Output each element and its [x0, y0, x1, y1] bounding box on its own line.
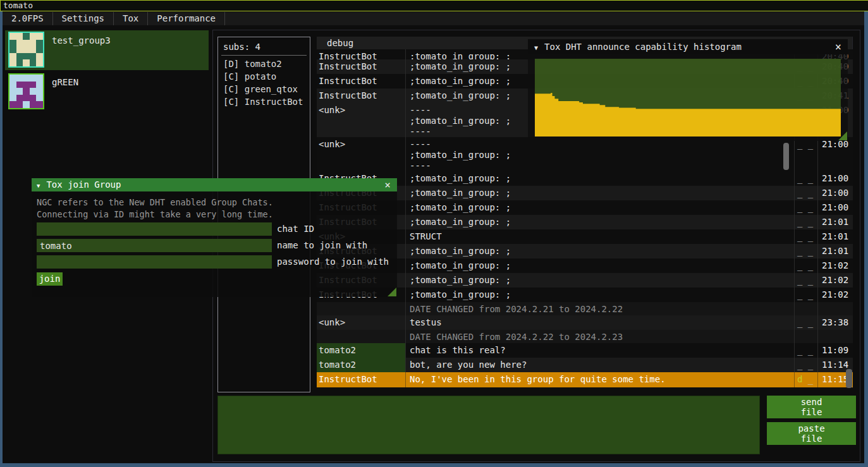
- name-to-join-with-input[interactable]: [37, 239, 272, 252]
- chat-message-row[interactable]: InstructBotNo, I've been in this group f…: [317, 372, 853, 387]
- histogram-close-icon[interactable]: ×: [835, 39, 841, 54]
- chat-message-row[interactable]: InstructBot;tomato_in_group: ;_ _21:01: [317, 215, 853, 229]
- chat-message-row[interactable]: InstructBot;tomato_in_group: ;_ _21:00: [317, 200, 853, 215]
- message-sender: InstructBot: [317, 372, 405, 387]
- subs-list: [D] tomato2[C] potato[C] green_qtox[C] I…: [218, 58, 310, 108]
- message-sender: InstructBot: [317, 59, 405, 74]
- chat-title: debug: [327, 38, 353, 48]
- histogram-titlebar[interactable]: ▼Tox DHT announce capability histogram ×: [528, 39, 848, 54]
- message-status: _ _: [794, 358, 817, 372]
- join-group-dialog: ▼Tox join Group × NGC refers to the New …: [32, 178, 397, 297]
- group-item-test-group3[interactable]: test_group3: [5, 30, 209, 70]
- message-sender: [317, 330, 405, 343]
- password-to-join-with-input[interactable]: [37, 255, 272, 269]
- chat-message-row[interactable]: <unk>STRUCT_ _21:01: [317, 229, 853, 244]
- join-dialog-close-icon[interactable]: ×: [384, 178, 391, 191]
- join-dialog-titlebar[interactable]: ▼Tox join Group ×: [32, 178, 397, 191]
- date-separator-row: DATE CHANGED from 2024.2.21 to 2024.2.22: [317, 302, 853, 315]
- join-dialog-body: NGC refers to the New DHT enabled Group …: [32, 191, 397, 297]
- date-separator-row: DATE CHANGED from 2024.2.22 to 2024.2.23: [317, 330, 853, 343]
- chat-message-row[interactable]: InstructBot;tomato_in_group: ;_ _21:02: [317, 288, 853, 302]
- collapse-icon[interactable]: ▼: [534, 44, 538, 51]
- message-time: [817, 302, 853, 315]
- message-line: ;tomato_in_group: ;: [410, 173, 794, 184]
- chat-scrollbar-thumb[interactable]: [846, 369, 852, 388]
- window-title: tomato: [3, 1, 33, 10]
- chat-message-row[interactable]: <unk>testus_ _23:38: [317, 315, 853, 330]
- join-button[interactable]: join: [37, 272, 63, 286]
- menu-item-performance[interactable]: Performance: [148, 12, 225, 25]
- password-to-join-with-label: password to join with: [277, 255, 389, 269]
- subs-member-d-tomato2[interactable]: [D] tomato2: [218, 58, 310, 70]
- chat-message-row[interactable]: InstructBot;tomato_in_group: ;_ _21:02: [317, 258, 853, 273]
- chat-id-input[interactable]: [37, 222, 272, 236]
- subs-count: subs: 4: [218, 37, 310, 52]
- menu-item-settings[interactable]: Settings: [53, 12, 114, 25]
- delivered-mark: d: [797, 374, 802, 384]
- dialog-resize-grip[interactable]: [388, 288, 396, 296]
- name-to-join-with-label: name to join with: [277, 239, 367, 252]
- subs-member-c-instructbot[interactable]: [C] InstructBot: [218, 95, 310, 108]
- group-avatar-icon: [8, 32, 44, 68]
- message-status: _ _: [794, 258, 817, 273]
- message-status: _ _: [794, 273, 817, 288]
- field-row-name-to-join-with: name to join with: [37, 239, 392, 252]
- message-text: ;tomato_in_group: ;: [405, 244, 794, 258]
- message-time: 21:00: [817, 200, 853, 215]
- menu-item-tox[interactable]: Tox: [114, 12, 148, 25]
- chat-message-row[interactable]: InstructBot;tomato_in_group: ;_ _21:00: [317, 171, 853, 186]
- message-text: No, I've been in this group for quite so…: [405, 372, 794, 387]
- message-text: ;tomato_in_group: ;: [405, 258, 794, 273]
- message-text: ;tomato_in_group: ;: [405, 215, 794, 229]
- message-text: DATE CHANGED from 2024.2.22 to 2024.2.23: [405, 330, 794, 343]
- message-time: 21:02: [817, 288, 853, 302]
- message-time: 21:02: [817, 258, 853, 273]
- message-text: ;tomato_in_group: ;: [405, 200, 794, 215]
- field-row-password-to-join-with: password to join with: [37, 255, 392, 269]
- message-sender: <unk>: [317, 315, 405, 330]
- message-sender: tomato2: [317, 358, 405, 372]
- message-time: 21:01: [817, 229, 853, 244]
- message-text: ;tomato_in_group: ;: [405, 288, 794, 302]
- chat-id-label: chat ID: [277, 222, 314, 236]
- group-name: test_group3: [52, 35, 111, 45]
- collapse-icon[interactable]: ▼: [37, 183, 40, 189]
- message-text: ;tomato_in_group: ;: [405, 273, 794, 288]
- paste-file-button[interactable]: paste file: [767, 422, 856, 445]
- subs-member-c-potato[interactable]: [C] potato: [218, 70, 310, 83]
- message-text: DATE CHANGED from 2024.2.21 to 2024.2.22: [405, 302, 794, 315]
- message-time: 11:09: [817, 343, 853, 358]
- chat-message-row[interactable]: tomato2bot, are you new here?_ _11:14: [317, 358, 853, 372]
- join-dialog-info-line: NGC refers to the New DHT enabled Group …: [37, 197, 273, 209]
- window-border-bottom: [0, 463, 868, 467]
- message-sender: <unk>: [317, 103, 405, 137]
- message-line: ----: [410, 161, 794, 171]
- message-line: ;tomato_in_group: ;: [410, 188, 794, 198]
- subs-member-c-green-qtox[interactable]: [C] green_qtox: [218, 83, 310, 95]
- message-line: ;tomato_in_group: ;: [410, 150, 794, 161]
- message-time: 21:00: [817, 171, 853, 186]
- histogram-title: Tox DHT announce capability histogram: [544, 42, 742, 52]
- message-status: _ _: [794, 215, 817, 229]
- message-line: ;tomato_in_group: ;: [410, 260, 794, 271]
- histogram-resize-grip[interactable]: [838, 131, 847, 140]
- message-status: _ _: [794, 200, 817, 215]
- chat-message-row[interactable]: InstructBot;tomato_in_group: ;_ _21:02: [317, 273, 853, 288]
- message-sender: tomato2: [317, 343, 405, 358]
- message-status: _ _: [794, 343, 817, 358]
- app-window: tomato 2.0FPSSettingsToxPerformance test…: [0, 0, 868, 467]
- chat-message-row[interactable]: InstructBot;tomato_in_group: ;_ _21:01: [317, 244, 853, 258]
- chat-message-row[interactable]: InstructBot;tomato_in_group: ;_ _21:00: [317, 186, 853, 200]
- message-input[interactable]: [217, 396, 760, 454]
- message-scrollbar-thumb[interactable]: [783, 143, 789, 170]
- chat-message-row[interactable]: tomato2chat is this real?_ _11:09: [317, 343, 853, 358]
- chat-message-row[interactable]: <unk>----;tomato_in_group: ;----_ _21:00: [317, 137, 853, 171]
- message-status: _ _: [794, 244, 817, 258]
- message-line: chat is this real?: [410, 345, 794, 356]
- group-item-green[interactable]: gREEN: [5, 72, 209, 112]
- group-name: gREEN: [52, 77, 78, 87]
- send-file-button[interactable]: send file: [767, 396, 856, 418]
- message-sender: [317, 302, 405, 315]
- message-status: _ _: [794, 186, 817, 200]
- message-line: testus: [410, 317, 794, 328]
